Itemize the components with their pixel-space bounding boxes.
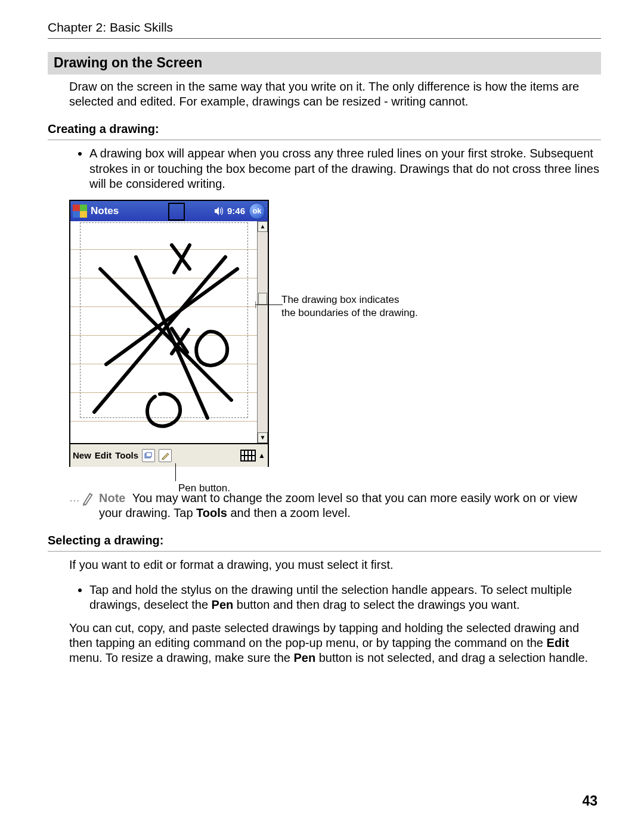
note-block: … Note You may want to change the zoom l… [48, 491, 601, 521]
start-flag-icon[interactable] [73, 205, 87, 218]
bullet-creating: A drawing box will appear when you cross… [89, 146, 601, 191]
intro-paragraph: Draw on the screen in the same way that … [69, 79, 601, 109]
ink-drawing [70, 221, 257, 443]
pen-button[interactable] [159, 449, 172, 462]
scroll-up-button[interactable]: ▲ [258, 221, 268, 232]
record-icon[interactable] [142, 449, 155, 462]
callout-line-box [255, 300, 283, 309]
subheading-selecting: Selecting a drawing: [48, 534, 601, 552]
svg-rect-1 [146, 453, 151, 457]
bullet-selecting: Tap and hold the stylus on the drawing u… [89, 583, 601, 612]
figure-notes-app: Notes 9:46 ok [69, 200, 601, 486]
scroll-down-button[interactable]: ▼ [258, 432, 268, 443]
note-label: Note [99, 491, 129, 504]
command-bar: New Edit Tools ▲ [70, 443, 268, 467]
ok-button[interactable]: ok [249, 203, 265, 219]
note-text-b: and then a zoom level. [227, 506, 351, 519]
vertical-scrollbar[interactable]: ▲ ▼ [257, 221, 268, 443]
app-title: Notes [91, 205, 119, 217]
note-icon: … [69, 491, 93, 506]
subheading-creating: Creating a drawing: [48, 122, 601, 140]
speaker-icon[interactable] [214, 207, 224, 215]
drawing-canvas[interactable]: ▲ ▼ [70, 221, 268, 443]
page-number: 43 [582, 793, 597, 809]
sip-arrow-icon[interactable]: ▲ [258, 452, 265, 459]
menu-edit[interactable]: Edit [95, 450, 112, 460]
note-tools-bold: Tools [196, 506, 227, 519]
callout-pen-button: Pen button. [178, 482, 230, 494]
menu-new[interactable]: New [73, 450, 91, 460]
callout-line-pen [175, 463, 176, 481]
selecting-intro: If you want to edit or format a drawing,… [48, 558, 601, 572]
callout-drawing-box: The drawing box indicates the boundaries… [281, 293, 496, 320]
selecting-para2: You can cut, copy, and paste selected dr… [48, 621, 601, 666]
clock-time: 9:46 [227, 206, 245, 216]
section-heading: Drawing on the Screen [48, 52, 601, 75]
running-head: Chapter 2: Basic Skills [48, 20, 601, 39]
menu-tools[interactable]: Tools [115, 450, 138, 460]
sip-keyboard-icon[interactable] [240, 450, 256, 462]
device-frame: Notes 9:46 ok [69, 200, 269, 467]
